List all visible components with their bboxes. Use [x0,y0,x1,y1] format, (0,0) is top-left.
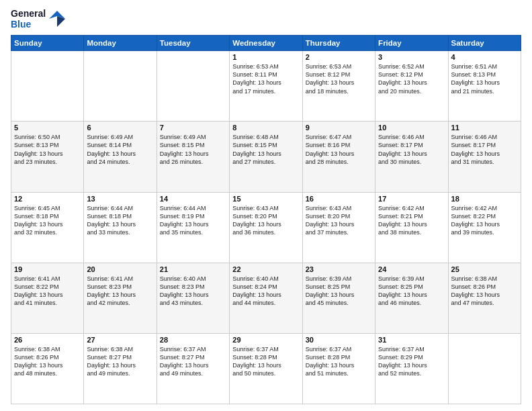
calendar-cell: 21Sunrise: 6:40 AM Sunset: 8:23 PM Dayli… [157,263,229,333]
day-info: Sunrise: 6:38 AM Sunset: 8:26 PM Dayligh… [14,345,81,378]
day-number: 9 [306,124,372,132]
day-number: 15 [232,195,299,203]
calendar-cell: 22Sunrise: 6:40 AM Sunset: 8:24 PM Dayli… [230,263,302,333]
day-number: 23 [306,265,372,273]
day-number: 21 [160,265,226,273]
weekday-header-monday: Monday [84,36,157,51]
calendar-cell [11,51,84,122]
calendar-week-row: 19Sunrise: 6:41 AM Sunset: 8:22 PM Dayli… [11,263,521,333]
day-number: 8 [232,124,299,132]
calendar-cell: 29Sunrise: 6:37 AM Sunset: 8:28 PM Dayli… [230,333,302,404]
calendar-cell: 20Sunrise: 6:41 AM Sunset: 8:23 PM Dayli… [84,263,157,333]
logo-icon [48,9,66,28]
day-number: 27 [87,336,153,344]
calendar-table: SundayMondayTuesdayWednesdayThursdayFrid… [11,35,521,404]
calendar-cell: 14Sunrise: 6:44 AM Sunset: 8:19 PM Dayli… [157,192,229,263]
day-info: Sunrise: 6:37 AM Sunset: 8:28 PM Dayligh… [306,345,372,378]
day-number: 17 [378,195,445,203]
day-number: 16 [306,195,372,203]
calendar-cell: 12Sunrise: 6:45 AM Sunset: 8:18 PM Dayli… [11,192,84,263]
day-number: 26 [14,336,81,344]
calendar-cell: 7Sunrise: 6:49 AM Sunset: 8:15 PM Daylig… [157,122,229,192]
day-info: Sunrise: 6:41 AM Sunset: 8:22 PM Dayligh… [14,275,81,308]
day-info: Sunrise: 6:52 AM Sunset: 8:12 PM Dayligh… [378,62,445,95]
calendar-cell: 17Sunrise: 6:42 AM Sunset: 8:21 PM Dayli… [375,192,448,263]
calendar-cell: 4Sunrise: 6:51 AM Sunset: 8:13 PM Daylig… [448,51,521,122]
calendar-cell: 10Sunrise: 6:46 AM Sunset: 8:17 PM Dayli… [375,122,448,192]
calendar-cell: 24Sunrise: 6:39 AM Sunset: 8:25 PM Dayli… [375,263,448,333]
day-number: 1 [232,53,299,61]
calendar-cell: 30Sunrise: 6:37 AM Sunset: 8:28 PM Dayli… [302,333,375,404]
day-info: Sunrise: 6:46 AM Sunset: 8:17 PM Dayligh… [378,133,445,166]
logo-text: General Blue [11,8,66,30]
day-number: 25 [451,265,518,273]
weekday-header-thursday: Thursday [302,36,375,51]
day-info: Sunrise: 6:47 AM Sunset: 8:16 PM Dayligh… [306,133,372,166]
calendar-cell: 16Sunrise: 6:43 AM Sunset: 8:20 PM Dayli… [302,192,375,263]
calendar-cell: 3Sunrise: 6:52 AM Sunset: 8:12 PM Daylig… [375,51,448,122]
day-number: 30 [306,336,372,344]
day-info: Sunrise: 6:49 AM Sunset: 8:15 PM Dayligh… [160,133,226,166]
day-info: Sunrise: 6:44 AM Sunset: 8:19 PM Dayligh… [160,204,226,237]
weekday-header-tuesday: Tuesday [157,36,229,51]
day-number: 6 [87,124,153,132]
day-number: 19 [14,265,81,273]
calendar-cell: 13Sunrise: 6:44 AM Sunset: 8:18 PM Dayli… [84,192,157,263]
day-number: 2 [306,53,372,61]
day-info: Sunrise: 6:39 AM Sunset: 8:25 PM Dayligh… [306,275,372,308]
calendar-header-row: SundayMondayTuesdayWednesdayThursdayFrid… [11,36,521,51]
day-number: 29 [232,336,299,344]
calendar-cell: 31Sunrise: 6:37 AM Sunset: 8:29 PM Dayli… [375,333,448,404]
day-info: Sunrise: 6:39 AM Sunset: 8:25 PM Dayligh… [378,275,445,308]
day-info: Sunrise: 6:53 AM Sunset: 8:11 PM Dayligh… [232,62,299,95]
day-number: 13 [87,195,153,203]
day-number: 10 [378,124,445,132]
header: General Blue [11,8,521,30]
day-number: 12 [14,195,81,203]
day-info: Sunrise: 6:43 AM Sunset: 8:20 PM Dayligh… [306,204,372,237]
day-info: Sunrise: 6:37 AM Sunset: 8:28 PM Dayligh… [232,345,299,378]
day-info: Sunrise: 6:50 AM Sunset: 8:13 PM Dayligh… [14,133,81,166]
day-info: Sunrise: 6:40 AM Sunset: 8:23 PM Dayligh… [160,275,226,308]
day-info: Sunrise: 6:43 AM Sunset: 8:20 PM Dayligh… [232,204,299,237]
day-number: 14 [160,195,226,203]
calendar-cell: 8Sunrise: 6:48 AM Sunset: 8:15 PM Daylig… [230,122,302,192]
day-info: Sunrise: 6:42 AM Sunset: 8:22 PM Dayligh… [451,204,518,237]
weekday-header-sunday: Sunday [11,36,84,51]
calendar-cell [84,51,157,122]
calendar-cell: 1Sunrise: 6:53 AM Sunset: 8:11 PM Daylig… [230,51,302,122]
calendar-cell: 25Sunrise: 6:38 AM Sunset: 8:26 PM Dayli… [448,263,521,333]
logo: General Blue [11,8,66,30]
day-info: Sunrise: 6:37 AM Sunset: 8:27 PM Dayligh… [160,345,226,378]
calendar-cell: 11Sunrise: 6:46 AM Sunset: 8:17 PM Dayli… [448,122,521,192]
calendar-cell: 28Sunrise: 6:37 AM Sunset: 8:27 PM Dayli… [157,333,229,404]
calendar-week-row: 26Sunrise: 6:38 AM Sunset: 8:26 PM Dayli… [11,333,521,404]
day-info: Sunrise: 6:51 AM Sunset: 8:13 PM Dayligh… [451,62,518,95]
day-info: Sunrise: 6:40 AM Sunset: 8:24 PM Dayligh… [232,275,299,308]
calendar-cell: 19Sunrise: 6:41 AM Sunset: 8:22 PM Dayli… [11,263,84,333]
day-number: 7 [160,124,226,132]
weekday-header-friday: Friday [375,36,448,51]
day-number: 24 [378,265,445,273]
day-number: 28 [160,336,226,344]
day-number: 11 [451,124,518,132]
calendar-week-row: 5Sunrise: 6:50 AM Sunset: 8:13 PM Daylig… [11,122,521,192]
calendar-cell: 27Sunrise: 6:38 AM Sunset: 8:27 PM Dayli… [84,333,157,404]
calendar-cell: 9Sunrise: 6:47 AM Sunset: 8:16 PM Daylig… [302,122,375,192]
day-info: Sunrise: 6:38 AM Sunset: 8:26 PM Dayligh… [451,275,518,308]
calendar-cell [448,333,521,404]
day-number: 22 [232,265,299,273]
calendar-cell: 18Sunrise: 6:42 AM Sunset: 8:22 PM Dayli… [448,192,521,263]
day-info: Sunrise: 6:37 AM Sunset: 8:29 PM Dayligh… [378,345,445,378]
day-info: Sunrise: 6:48 AM Sunset: 8:15 PM Dayligh… [232,133,299,166]
calendar-cell: 6Sunrise: 6:49 AM Sunset: 8:14 PM Daylig… [84,122,157,192]
weekday-header-saturday: Saturday [448,36,521,51]
day-info: Sunrise: 6:44 AM Sunset: 8:18 PM Dayligh… [87,204,153,237]
day-number: 18 [451,195,518,203]
calendar-cell: 5Sunrise: 6:50 AM Sunset: 8:13 PM Daylig… [11,122,84,192]
day-info: Sunrise: 6:41 AM Sunset: 8:23 PM Dayligh… [87,275,153,308]
day-info: Sunrise: 6:42 AM Sunset: 8:21 PM Dayligh… [378,204,445,237]
page: General Blue SundayMondayTuesdayWednesda… [0,0,532,411]
day-info: Sunrise: 6:53 AM Sunset: 8:12 PM Dayligh… [306,62,372,95]
day-number: 5 [14,124,81,132]
